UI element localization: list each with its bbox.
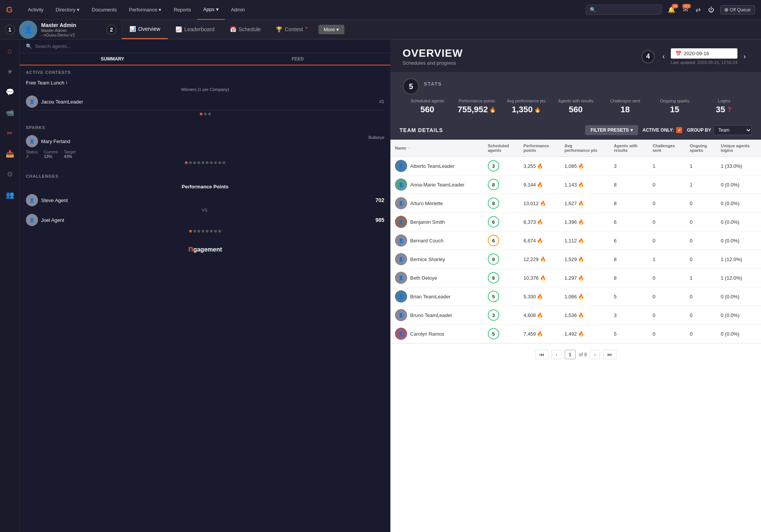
group-by-select[interactable]: TeamIndividualDepartment [713, 125, 752, 135]
nav-reports[interactable]: Reports [167, 0, 197, 20]
dot-s9 [218, 161, 221, 164]
sidebar-tabs: SUMMARY FEED [20, 53, 390, 65]
stat-logins-value: 35 ❓ [699, 105, 749, 115]
tab-summary[interactable]: SUMMARY [20, 53, 205, 65]
nav-contest[interactable]: 🏆 Contest * [268, 19, 315, 39]
more-button[interactable]: More ▾ [318, 25, 345, 34]
search-bar[interactable]: 🔍 [586, 5, 662, 15]
cell-logins-5: 1 (12.0%) [716, 250, 761, 269]
chat-icon[interactable]: 💬 [3, 85, 17, 99]
cell-avg-4: 1,112 🔥 [560, 231, 609, 250]
date-display[interactable]: 📅 2020-09-16 [671, 48, 737, 59]
nav-directory[interactable]: Directory ▾ [49, 0, 86, 20]
col-agents-results[interactable]: Agents withresults [609, 140, 648, 157]
perf-val-4: 6,674 🔥 [524, 238, 556, 244]
chevron-down-icon: ▾ [336, 27, 339, 32]
inbox-icon[interactable]: 📥 [3, 147, 17, 161]
agent-search-input[interactable] [35, 43, 384, 49]
fire-icon-avg-4: 🔥 [578, 238, 584, 244]
agent-avatar-4: 👤 [395, 234, 407, 247]
date-next-btn[interactable]: › [740, 51, 749, 62]
tab-feed[interactable]: FEED [205, 53, 390, 65]
spark-target-stat: Target 43% [64, 150, 76, 159]
bell-icon-btn[interactable]: 🔔 29 [666, 5, 677, 15]
video-icon[interactable]: 📹 [3, 105, 17, 120]
pagination-current-page[interactable]: 1 [565, 350, 576, 359]
nav-performance[interactable]: Performance ▾ [123, 0, 167, 20]
scissors-icon[interactable]: ✂ [4, 126, 16, 140]
cell-challenges-8: 0 [648, 306, 685, 325]
cell-name-5: 👤 Bernice Sharley [390, 250, 483, 269]
col-avg-perf[interactable]: Avgperformance pts [560, 140, 609, 157]
status-btn[interactable]: Off Queue [720, 5, 755, 14]
nav-overview[interactable]: 📊 Overview [122, 19, 168, 39]
pagination-prev-btn[interactable]: ‹ [551, 350, 561, 359]
cell-logins-1: 0 (0.0%) [716, 175, 761, 194]
nav-items: Activity Directory ▾ Documents Performan… [22, 0, 586, 20]
date-prev-btn[interactable]: ‹ [659, 51, 668, 62]
cell-sparks-0: 1 [685, 157, 716, 175]
nav-schedule[interactable]: 📅 Schedule [222, 19, 268, 39]
dot-s7 [210, 161, 213, 164]
table-controls: FILTER PRESETS ▾ ACTIVE ONLY: ✓ GROUP BY… [585, 125, 752, 135]
dot-1 [200, 113, 202, 115]
active-only-checkbox[interactable]: ✓ [676, 127, 682, 133]
email-icon-btn[interactable]: ✉ 315 [681, 5, 689, 15]
home-icon[interactable]: ⌂ [5, 44, 15, 58]
challenge-agent1-score: 702 [376, 197, 384, 203]
agent-name-0: Alberto TeamLeader [410, 163, 455, 169]
nav-leaderboard[interactable]: 📈 Leaderboard [168, 19, 222, 39]
settings-icon[interactable]: ⚙ [4, 167, 16, 182]
search-input[interactable] [598, 7, 658, 13]
cell-sparks-5: 0 [685, 250, 716, 269]
avg-val-1: 1,143 🔥 [564, 182, 605, 188]
fire-icon-7: 🔥 [537, 294, 543, 299]
col-challenges-sent[interactable]: Challengessent [648, 140, 685, 157]
nav-right: 🔍 🔔 29 ✉ 315 ⇄ ⏻ Off Queue [586, 5, 755, 15]
fire-icon-4: 🔥 [537, 238, 543, 244]
stats-grid: Scheduled agents 560 Performance points … [403, 99, 749, 115]
col-ongoing-sparks[interactable]: Ongoingsparks [685, 140, 716, 157]
calendar-icon: 📅 [675, 51, 681, 56]
contest-title: Free Team Lunch ℹ [26, 80, 384, 86]
users-icon[interactable]: 👥 [3, 188, 17, 202]
cell-challenges-1: 0 [648, 175, 685, 194]
date-nav: ‹ 📅 2020-09-16 Last updated: 2020-09-16,… [659, 48, 749, 65]
share-icon-btn[interactable]: ⇄ [694, 5, 702, 15]
pagination-first-btn[interactable]: ⏮ [535, 350, 548, 359]
cell-agents-7: 5 [609, 287, 648, 306]
col-scheduled[interactable]: Scheduledagents [483, 140, 519, 157]
scheduled-circle-6: 8 [488, 272, 499, 284]
col-name[interactable]: Name ↑ [390, 140, 483, 157]
col-perf-points[interactable]: Performancepoints [519, 140, 560, 157]
nav-apps[interactable]: Apps ▾ [197, 0, 225, 20]
profile-info: Master Admin Master Admin - nGuvu-Demo-V… [41, 22, 99, 37]
cell-sparks-3: 0 [685, 213, 716, 231]
pagination-next-btn[interactable]: › [590, 350, 600, 359]
brand-logo-text: ngagement [188, 245, 222, 253]
nav-activity[interactable]: Activity [22, 0, 49, 20]
challenges-header: CHALLENGES [20, 169, 390, 181]
nav-documents[interactable]: Documents [86, 0, 123, 20]
cell-avg-3: 1,396 🔥 [560, 213, 609, 231]
star-icon[interactable]: ★ [4, 64, 16, 79]
challenge-agent2: 👤 Joel Agent 985 [26, 212, 384, 228]
nav-admin[interactable]: Admin [225, 0, 251, 20]
power-icon-btn[interactable]: ⏻ [707, 5, 716, 15]
team-details-section: TEAM DETAILS FILTER PRESETS ▾ ACTIVE ONL… [390, 121, 761, 532]
col-unique-logins[interactable]: Unique agentslogins [716, 140, 761, 157]
cell-scheduled-8: 3 [483, 306, 519, 325]
table-row: 👤 Bernice Sharley 8 12,229 🔥 1,529 🔥 8 1… [390, 250, 761, 269]
search-icon: 🔍 [26, 43, 32, 49]
cell-challenges-2: 0 [648, 194, 685, 213]
agent-name-7: Brian TeamLeader [410, 294, 451, 299]
cell-sparks-1: 1 [685, 175, 716, 194]
cell-challenges-3: 0 [648, 213, 685, 231]
sidebar-search[interactable]: 🔍 [20, 40, 390, 53]
perf-val-3: 8,373 🔥 [524, 219, 556, 225]
filter-presets-btn[interactable]: FILTER PRESETS ▾ [585, 125, 638, 135]
scheduled-circle-8: 3 [488, 309, 499, 321]
step4-circle: 4 [641, 50, 655, 64]
pagination-last-btn[interactable]: ⏭ [603, 350, 616, 359]
step1-indicator: 1 [5, 24, 15, 35]
